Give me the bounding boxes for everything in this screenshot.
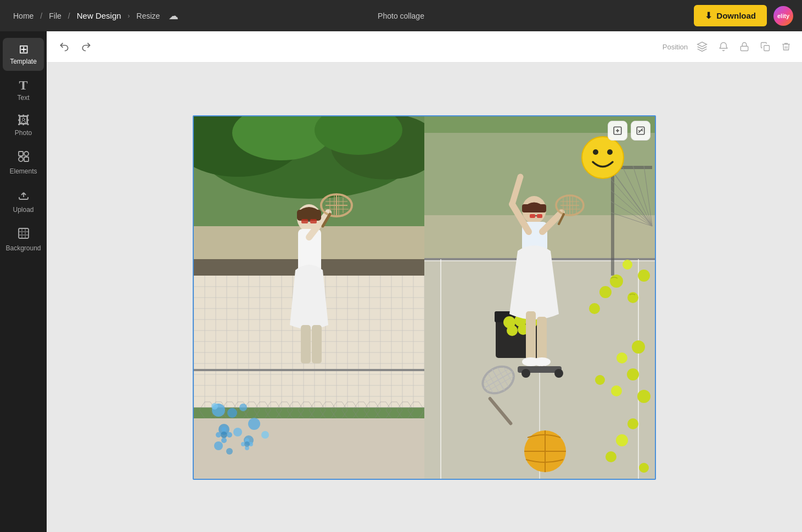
- svg-point-147: [554, 369, 563, 378]
- svg-rect-39: [310, 219, 317, 223]
- nav-arrow: ›: [128, 12, 130, 20]
- svg-point-85: [638, 270, 650, 282]
- download-button[interactable]: ⬇ Download: [694, 5, 767, 26]
- nav-sep-1: /: [40, 12, 42, 20]
- background-label: Background: [5, 244, 41, 252]
- svg-point-54: [216, 432, 221, 438]
- collage-right-panel[interactable]: [424, 116, 655, 479]
- svg-point-95: [627, 418, 638, 429]
- svg-point-98: [639, 463, 649, 473]
- svg-rect-41: [194, 369, 424, 371]
- svg-point-47: [233, 428, 242, 436]
- svg-point-93: [611, 385, 622, 396]
- trash-icon-button[interactable]: [779, 40, 793, 54]
- sidebar-item-photo[interactable]: 🖼 Photo: [3, 109, 44, 142]
- svg-rect-1: [24, 152, 29, 156]
- elements-label: Elements: [9, 167, 37, 175]
- sidebar-item-template[interactable]: ⊞ Template: [3, 38, 44, 71]
- svg-rect-123: [522, 204, 546, 212]
- elements-icon: [17, 150, 30, 165]
- svg-point-56: [227, 432, 232, 438]
- svg-line-11: [640, 130, 642, 131]
- svg-point-97: [605, 451, 616, 462]
- photo-icon: 🖼: [18, 115, 30, 127]
- svg-point-50: [261, 431, 269, 439]
- text-icon: T: [19, 79, 27, 92]
- navbar-left: Home / File / New Design › Resize ☁: [9, 9, 694, 23]
- design-title: New Design: [72, 9, 126, 23]
- svg-point-43: [211, 403, 218, 410]
- text-label: Text: [17, 94, 29, 102]
- svg-point-57: [221, 432, 227, 438]
- sidebar: ⊞ Template T Text 🖼 Photo Elements Uploa…: [0, 31, 47, 532]
- nav-sep-2: /: [68, 12, 70, 20]
- svg-point-89: [632, 340, 645, 354]
- svg-point-48: [248, 418, 260, 430]
- svg-point-94: [637, 390, 650, 403]
- download-label: Download: [716, 11, 756, 20]
- collage-label: Photo collage: [378, 12, 424, 20]
- svg-rect-37: [297, 210, 321, 221]
- layers-icon-button[interactable]: [694, 39, 710, 54]
- redo-button[interactable]: [77, 38, 95, 55]
- svg-point-52: [226, 448, 233, 455]
- upload-label: Upload: [13, 206, 33, 214]
- svg-point-45: [239, 404, 247, 411]
- navbar: Home / File / New Design › Resize ☁ Phot…: [0, 0, 802, 31]
- svg-point-53: [221, 427, 227, 432]
- svg-rect-138: [530, 214, 535, 218]
- template-label: Template: [10, 58, 37, 65]
- bell-icon-button[interactable]: [716, 40, 731, 54]
- photo-label: Photo: [15, 129, 32, 137]
- left-photo-svg: [194, 116, 424, 479]
- svg-point-146: [521, 369, 530, 378]
- replace-photo-button[interactable]: [631, 121, 650, 141]
- svg-point-86: [622, 260, 632, 270]
- sidebar-item-text[interactable]: T Text: [3, 73, 44, 107]
- sidebar-item-upload[interactable]: Upload: [3, 183, 44, 219]
- svg-point-144: [533, 357, 551, 366]
- svg-rect-142: [537, 317, 547, 361]
- file-link[interactable]: File: [44, 9, 66, 23]
- svg-point-148: [582, 137, 624, 178]
- photo-collage[interactable]: [194, 116, 655, 479]
- svg-point-104: [507, 325, 518, 336]
- collage-left-panel[interactable]: [194, 116, 424, 479]
- canvas-area[interactable]: [47, 63, 802, 532]
- avatar[interactable]: elity: [773, 6, 793, 26]
- resize-link[interactable]: Resize: [132, 9, 165, 23]
- toolbar-right: Position: [663, 39, 793, 54]
- svg-rect-38: [301, 219, 308, 223]
- svg-point-88: [589, 303, 600, 314]
- download-icon: ⬇: [705, 10, 712, 21]
- svg-rect-73: [611, 166, 614, 276]
- svg-rect-139: [537, 214, 542, 218]
- svg-rect-6: [764, 46, 770, 51]
- cloud-icon: ☁: [169, 10, 178, 22]
- svg-rect-3: [24, 157, 29, 161]
- smiley-sticker[interactable]: [581, 136, 625, 180]
- copy-icon-button[interactable]: [758, 40, 772, 54]
- undo-button[interactable]: [55, 38, 73, 55]
- toolbar-left: [55, 38, 95, 55]
- sidebar-item-background[interactable]: Background: [3, 221, 44, 257]
- svg-rect-2: [19, 157, 23, 161]
- svg-point-83: [610, 275, 623, 288]
- toolbar: Position: [47, 31, 802, 63]
- svg-rect-141: [526, 311, 536, 361]
- background-icon: [17, 227, 30, 242]
- lock-icon-button[interactable]: [737, 40, 751, 54]
- home-link[interactable]: Home: [9, 9, 38, 23]
- svg-point-87: [599, 286, 612, 298]
- position-label: Position: [663, 43, 688, 51]
- navbar-center: Photo collage: [378, 12, 424, 20]
- svg-rect-35: [301, 325, 311, 363]
- svg-rect-4: [19, 228, 29, 238]
- svg-point-90: [616, 352, 627, 363]
- svg-point-96: [616, 434, 628, 446]
- svg-point-44: [227, 408, 237, 418]
- sidebar-item-elements[interactable]: Elements: [3, 144, 44, 181]
- canvas-overlay-buttons: [608, 121, 650, 141]
- svg-rect-36: [312, 325, 322, 363]
- add-photo-button[interactable]: [608, 121, 627, 141]
